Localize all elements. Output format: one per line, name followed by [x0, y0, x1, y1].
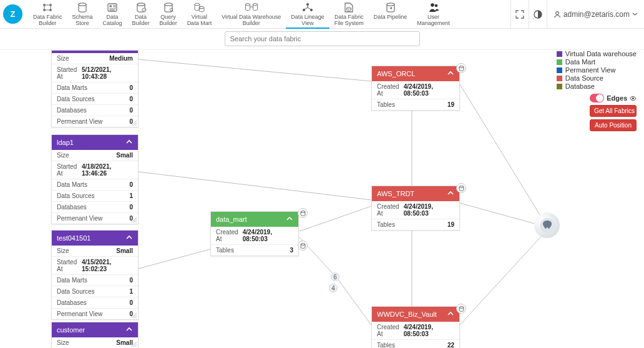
table-row: Permenant View0: [52, 212, 138, 224]
db-handle-icon[interactable]: [456, 304, 466, 314]
nav-icon: [103, 1, 122, 14]
db-handle-icon[interactable]: [298, 241, 308, 251]
nav-item[interactable]: Data Pipeline: [369, 0, 412, 29]
row-key: Started At: [57, 66, 82, 80]
legend-item: Data Source: [557, 74, 637, 82]
svg-point-38: [301, 243, 305, 245]
theme-toggle-icon[interactable]: [529, 6, 547, 23]
row-key: Data Sources: [57, 192, 95, 199]
collapse-icon[interactable]: [125, 138, 133, 147]
app-logo: Z: [3, 4, 22, 24]
node-header[interactable]: AWS_ORCL: [372, 66, 459, 81]
svg-point-9: [165, 2, 172, 5]
nav-item[interactable]: QueryBuilder: [155, 0, 182, 29]
eye-icon: [630, 96, 637, 101]
nav-icon: [374, 1, 407, 14]
nav-label: Data LineageView: [291, 14, 324, 27]
edges-toggle[interactable]: Edges: [590, 94, 637, 102]
row-value: 4/24/2019, 08:50:03: [404, 203, 454, 217]
db-handle-icon[interactable]: [298, 208, 308, 218]
legend-swatch: [557, 59, 562, 65]
node-data-source[interactable]: WWDVC_Biz_VaultCreated At4/24/2019, 08:5…: [371, 306, 460, 348]
node-data-source[interactable]: AWS_ORCLCreated At4/24/2019, 08:50:03Tab…: [371, 66, 460, 111]
table-row: Databases0: [52, 297, 138, 308]
nav-item[interactable]: UserManagement: [412, 0, 455, 29]
collapse-icon[interactable]: [286, 215, 293, 224]
row-value: 5/12/2021, 10:43:28: [82, 66, 133, 80]
table-row: SizeSmall: [52, 150, 138, 161]
node-data-source[interactable]: AWS_TRDTCreated At4/24/2019, 08:50:03Tab…: [371, 186, 460, 231]
svg-point-15: [306, 3, 309, 6]
collapse-icon[interactable]: [125, 326, 133, 334]
node-header[interactable]: WWDVC_Biz_Vault: [372, 307, 459, 322]
row-key: Databases: [57, 204, 87, 211]
nav-label: UserManagement: [417, 14, 450, 27]
nav-icon: [187, 1, 212, 14]
db-handle-icon[interactable]: [456, 183, 466, 193]
user-menu[interactable]: admin@zetaris.com: [547, 10, 644, 19]
search-input[interactable]: [225, 31, 420, 46]
nav-item[interactable]: SchemaStore: [67, 0, 98, 29]
svg-rect-6: [110, 5, 112, 7]
row-key: Data Sources: [57, 96, 95, 102]
resize-handle-icon[interactable]: [132, 342, 137, 347]
node-virtual-warehouse[interactable]: customerSizeSmall: [51, 322, 139, 348]
nav-item[interactable]: Data FabricBuilder: [28, 0, 67, 29]
row-value: 0: [129, 84, 133, 91]
top-bar: Z Data FabricBuilderSchemaStoreDataCatal…: [0, 0, 644, 29]
node-data-mart[interactable]: data_mart Created At4/24/2019, 08:50:03 …: [210, 211, 299, 256]
fullscreen-icon[interactable]: [511, 6, 529, 23]
node-header[interactable]: customer: [52, 322, 138, 337]
db-handle-icon[interactable]: [456, 63, 466, 73]
collapse-icon[interactable]: [447, 310, 454, 319]
nav-item[interactable]: DataCatalog: [98, 0, 127, 29]
nav-item[interactable]: VirtualData Mart: [182, 0, 217, 29]
nav-item[interactable]: Data FabricFile System: [329, 0, 369, 29]
node-header[interactable]: ldap1: [52, 135, 138, 150]
svg-point-23: [555, 11, 559, 14]
node-virtual-warehouse[interactable]: SizeMediumStarted At5/12/2021, 10:43:28D…: [51, 50, 139, 127]
chevron-down-icon: [632, 11, 638, 17]
table-row: Tables22: [372, 339, 459, 348]
get-all-fabrics-button[interactable]: Get All Fabrics: [590, 105, 637, 117]
node-header[interactable]: data_mart: [211, 212, 298, 227]
table-row: Created At4/24/2019, 08:50:03: [372, 81, 459, 99]
legend-swatch: [557, 67, 562, 73]
svg-point-4: [79, 2, 86, 5]
row-key: Started At: [57, 259, 82, 272]
database-node[interactable]: [534, 212, 560, 238]
resize-handle-icon[interactable]: [132, 217, 137, 222]
svg-point-8: [142, 8, 146, 12]
user-email: admin@zetaris.com: [564, 10, 630, 19]
nav-item[interactable]: Data LineageView: [286, 0, 329, 29]
table-row: Data Marts0: [52, 274, 138, 286]
switch-icon: [590, 94, 604, 102]
row-key: Databases: [57, 299, 87, 306]
row-key: Size: [57, 152, 69, 159]
svg-line-30: [460, 84, 546, 225]
table-row: Data Sources1: [52, 190, 138, 201]
nav-item[interactable]: DataBuilder: [127, 0, 155, 29]
legend-label: Virtual Data warehouse: [565, 50, 637, 57]
lineage-canvas[interactable]: Virtual Data warehouseData MartPermanent…: [0, 50, 644, 348]
node-header[interactable]: AWS_TRDT: [372, 186, 459, 201]
nav-icon: [222, 1, 281, 14]
nav-item[interactable]: Virtual Data WarehouseBuilder: [217, 0, 286, 29]
edge-count-badge: 6: [331, 272, 339, 281]
svg-line-29: [337, 278, 371, 325]
row-key: Tables: [377, 342, 395, 348]
svg-point-19: [387, 2, 394, 5]
node-virtual-warehouse[interactable]: ldap1SizeSmallStarted At4/18/2021, 13:46…: [51, 134, 139, 224]
svg-line-31: [460, 203, 535, 224]
collapse-icon[interactable]: [447, 189, 454, 198]
auto-position-button[interactable]: Auto Position: [590, 119, 637, 131]
node-title: AWS_ORCL: [377, 70, 415, 77]
node-header[interactable]: test041501: [52, 231, 138, 246]
resize-handle-icon[interactable]: [132, 121, 137, 126]
row-value: 0: [129, 204, 133, 211]
collapse-icon[interactable]: [125, 234, 133, 242]
node-virtual-warehouse[interactable]: test041501SizeSmallStarted At4/15/2021, …: [51, 230, 139, 320]
collapse-icon[interactable]: [447, 69, 454, 78]
svg-point-13: [245, 3, 250, 5]
resize-handle-icon[interactable]: [132, 313, 137, 318]
